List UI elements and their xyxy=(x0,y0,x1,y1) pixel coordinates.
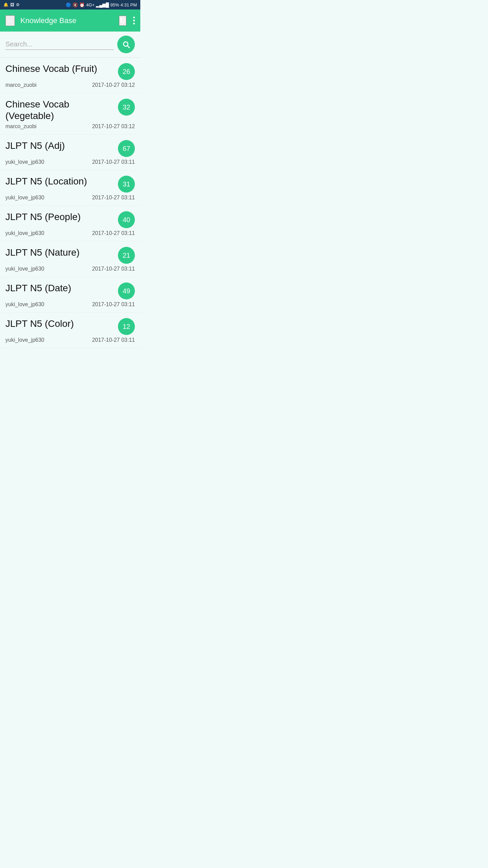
list-item-title: JLPT N5 (Nature) xyxy=(5,247,118,258)
back-button[interactable]: ← xyxy=(5,15,15,26)
list-item[interactable]: JLPT N5 (Date) 49 yuki_love_jp630 2017-1… xyxy=(0,277,140,313)
list-item-author: yuki_love_jp630 xyxy=(5,266,44,272)
search-icon xyxy=(122,40,130,49)
count-badge: 26 xyxy=(118,63,135,80)
list-item-title: Chinese Vocab (Vegetable) xyxy=(5,99,118,121)
list-item-author: yuki_love_jp630 xyxy=(5,159,44,165)
list-item[interactable]: JLPT N5 (Location) 31 yuki_love_jp630 20… xyxy=(0,170,140,206)
list-item-bottom: marco_zuobi 2017-10-27 03:12 xyxy=(5,123,135,130)
alarm-icon: ⏰ xyxy=(79,2,85,7)
bluetooth-icon: 🔵 xyxy=(66,2,71,7)
list-item-date: 2017-10-27 03:12 xyxy=(92,82,135,88)
status-bar: 🔔 🖼 ⚙ 🔵 🔇 ⏰ 4G+ ▂▄▆█ 95% 4:31 PM xyxy=(0,0,140,9)
list-item-top: Chinese Vocab (Fruit) 26 xyxy=(5,63,135,80)
count-badge: 12 xyxy=(118,318,135,335)
signal-bars: ▂▄▆█ xyxy=(96,2,109,7)
list-item-bottom: yuki_love_jp630 2017-10-27 03:11 xyxy=(5,266,135,272)
list-item-top: JLPT N5 (Adj) 67 xyxy=(5,140,135,157)
count-badge: 32 xyxy=(118,99,135,116)
list-item-title: JLPT N5 (Location) xyxy=(5,176,118,187)
app-header: ← Knowledge Base ↻ xyxy=(0,9,140,32)
count-badge: 21 xyxy=(118,247,135,264)
count-badge: 40 xyxy=(118,211,135,228)
list-item-title: Chinese Vocab (Fruit) xyxy=(5,63,118,75)
knowledge-base-list: Chinese Vocab (Fruit) 26 marco_zuobi 201… xyxy=(0,58,140,348)
list-item-author: yuki_love_jp630 xyxy=(5,337,44,343)
time-display: 4:31 PM xyxy=(121,2,137,7)
list-item[interactable]: Chinese Vocab (Fruit) 26 marco_zuobi 201… xyxy=(0,58,140,93)
more-icon xyxy=(133,17,135,24)
list-item-date: 2017-10-27 03:11 xyxy=(92,266,135,272)
header-actions: ↻ xyxy=(119,16,135,26)
status-left: 🔔 🖼 ⚙ xyxy=(3,2,20,7)
list-item-bottom: yuki_love_jp630 2017-10-27 03:11 xyxy=(5,337,135,343)
back-arrow-icon: ← xyxy=(6,16,14,25)
list-item-top: JLPT N5 (Color) 12 xyxy=(5,318,135,335)
list-item-author: yuki_love_jp630 xyxy=(5,195,44,201)
list-item-title: JLPT N5 (Color) xyxy=(5,318,118,330)
list-item-bottom: yuki_love_jp630 2017-10-27 03:11 xyxy=(5,195,135,201)
list-item-date: 2017-10-27 03:11 xyxy=(92,195,135,201)
network-icon: 4G+ xyxy=(86,2,95,7)
more-options-button[interactable] xyxy=(133,17,135,24)
list-item[interactable]: JLPT N5 (Color) 12 yuki_love_jp630 2017-… xyxy=(0,313,140,348)
notification-icon: 🔔 xyxy=(3,2,8,7)
mute-icon: 🔇 xyxy=(73,2,78,7)
list-item[interactable]: JLPT N5 (People) 40 yuki_love_jp630 2017… xyxy=(0,206,140,241)
list-item[interactable]: Chinese Vocab (Vegetable) 32 marco_zuobi… xyxy=(0,93,140,135)
list-item-author: yuki_love_jp630 xyxy=(5,301,44,308)
status-right: 🔵 🔇 ⏰ 4G+ ▂▄▆█ 95% 4:31 PM xyxy=(66,2,137,7)
search-button[interactable] xyxy=(117,36,135,53)
list-item-date: 2017-10-27 03:11 xyxy=(92,337,135,343)
page-title: Knowledge Base xyxy=(20,16,114,25)
list-item-bottom: yuki_love_jp630 2017-10-27 03:11 xyxy=(5,230,135,236)
list-item-date: 2017-10-27 03:11 xyxy=(92,230,135,236)
search-container xyxy=(0,32,140,58)
list-item[interactable]: JLPT N5 (Adj) 67 yuki_love_jp630 2017-10… xyxy=(0,135,140,170)
list-item-date: 2017-10-27 03:11 xyxy=(92,301,135,308)
list-item-title: JLPT N5 (Adj) xyxy=(5,140,118,152)
list-item-date: 2017-10-27 03:11 xyxy=(92,159,135,165)
battery-level: 95% xyxy=(110,2,119,7)
list-item-bottom: yuki_love_jp630 2017-10-27 03:11 xyxy=(5,301,135,308)
list-item-title: JLPT N5 (Date) xyxy=(5,282,118,294)
list-item-author: marco_zuobi xyxy=(5,123,37,130)
list-item-bottom: marco_zuobi 2017-10-27 03:12 xyxy=(5,82,135,88)
list-item-date: 2017-10-27 03:12 xyxy=(92,123,135,130)
list-item-top: JLPT N5 (Date) 49 xyxy=(5,282,135,299)
list-item-bottom: yuki_love_jp630 2017-10-27 03:11 xyxy=(5,159,135,165)
refresh-button[interactable]: ↻ xyxy=(119,16,126,26)
list-item-title: JLPT N5 (People) xyxy=(5,211,118,223)
count-badge: 49 xyxy=(118,282,135,299)
search-input[interactable] xyxy=(5,39,114,50)
list-item-author: marco_zuobi xyxy=(5,82,37,88)
image-icon: 🖼 xyxy=(10,2,14,7)
count-badge: 67 xyxy=(118,140,135,157)
settings-icon: ⚙ xyxy=(16,2,20,7)
list-item-top: JLPT N5 (Nature) 21 xyxy=(5,247,135,264)
list-item[interactable]: JLPT N5 (Nature) 21 yuki_love_jp630 2017… xyxy=(0,241,140,277)
list-item-top: JLPT N5 (People) 40 xyxy=(5,211,135,228)
list-item-top: JLPT N5 (Location) 31 xyxy=(5,176,135,193)
list-item-top: Chinese Vocab (Vegetable) 32 xyxy=(5,99,135,121)
list-item-author: yuki_love_jp630 xyxy=(5,230,44,236)
count-badge: 31 xyxy=(118,176,135,193)
